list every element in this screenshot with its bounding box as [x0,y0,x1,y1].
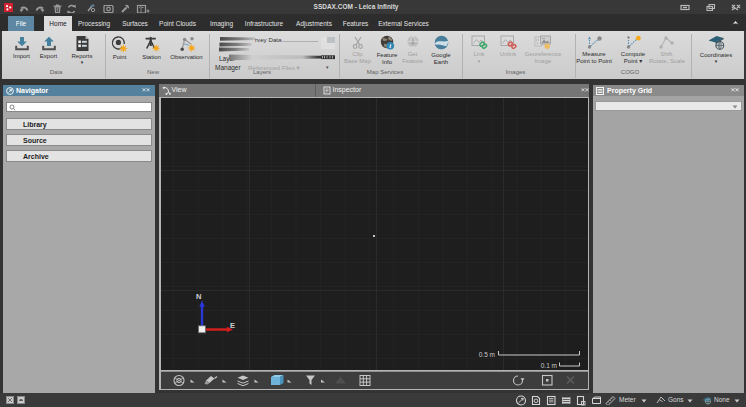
svg-text:Manager: Manager [215,64,241,72]
svg-text:E: E [230,320,235,329]
svg-text:Referenced Files ▾: Referenced Files ▾ [248,64,300,71]
svg-text:i: i [389,42,391,49]
svg-text:0.5 m: 0.5 m [478,350,494,357]
svg-text:0.1 m: 0.1 m [540,361,556,368]
svg-text:▼: ▼ [325,65,329,70]
svg-text:N: N [196,292,201,301]
svg-text:rvey Data: rvey Data [255,36,282,43]
